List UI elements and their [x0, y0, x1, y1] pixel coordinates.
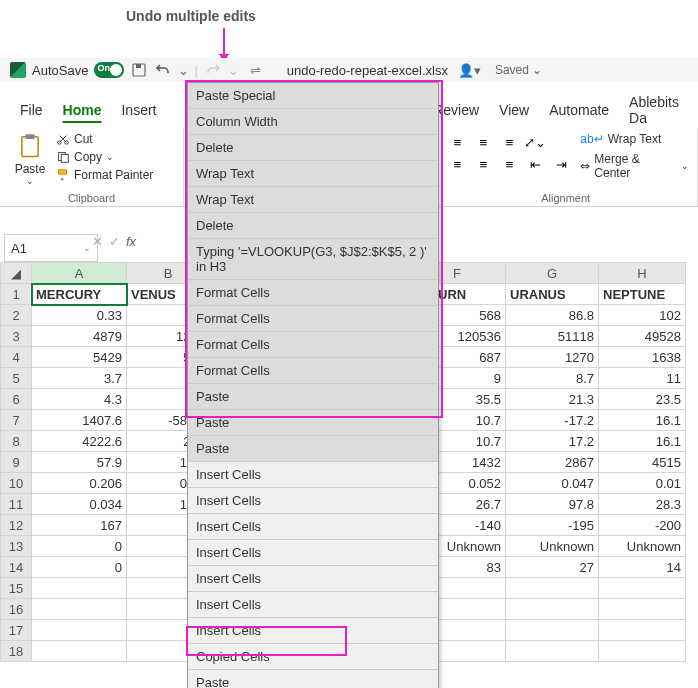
row-header[interactable]: 5: [1, 368, 32, 389]
cell[interactable]: 0: [32, 557, 127, 578]
cell[interactable]: Unknown: [599, 536, 686, 557]
undo-history-item[interactable]: Copied Cells: [188, 644, 438, 670]
undo-history-item[interactable]: Format Cells: [188, 280, 438, 306]
cell[interactable]: 16.1: [599, 410, 686, 431]
tab-insert[interactable]: Insert: [121, 102, 156, 118]
row-header[interactable]: 17: [1, 620, 32, 641]
row-header[interactable]: 2: [1, 305, 32, 326]
cell[interactable]: [506, 578, 599, 599]
row-header[interactable]: 9: [1, 452, 32, 473]
cell[interactable]: [599, 620, 686, 641]
cell[interactable]: 4879: [32, 326, 127, 347]
undo-history-item[interactable]: Paste: [188, 384, 438, 410]
cell[interactable]: 4515: [599, 452, 686, 473]
fx-icon[interactable]: fx: [126, 234, 136, 249]
wrap-text-button[interactable]: ab↵Wrap Text: [580, 132, 689, 146]
cell[interactable]: 1270: [506, 347, 599, 368]
undo-history-item[interactable]: Paste: [188, 670, 438, 688]
undo-history-item[interactable]: Delete: [188, 135, 438, 161]
tab-view[interactable]: View: [499, 102, 529, 118]
row-header[interactable]: 1: [1, 284, 32, 305]
row-header[interactable]: 14: [1, 557, 32, 578]
undo-history-item[interactable]: Wrap Text: [188, 187, 438, 213]
undo-dropdown-arrow[interactable]: ⌄: [178, 63, 188, 78]
cell[interactable]: 23.5: [599, 389, 686, 410]
format-painter-button[interactable]: Format Painter: [56, 168, 153, 182]
cell[interactable]: 57.9: [32, 452, 127, 473]
align-center-button[interactable]: ≡: [472, 154, 494, 174]
cell[interactable]: [32, 578, 127, 599]
cell[interactable]: 8.7: [506, 368, 599, 389]
undo-history-item[interactable]: Paste: [188, 410, 438, 436]
align-bottom-button[interactable]: ≡: [498, 132, 520, 152]
increase-indent-button[interactable]: ⇥: [550, 154, 572, 174]
cell[interactable]: 14: [599, 557, 686, 578]
qat-customize-icon[interactable]: ⇌: [250, 63, 261, 78]
cell[interactable]: -195: [506, 515, 599, 536]
row-header[interactable]: 13: [1, 536, 32, 557]
cell[interactable]: 86.8: [506, 305, 599, 326]
cell[interactable]: 0: [32, 536, 127, 557]
enter-icon[interactable]: ✓: [109, 234, 120, 249]
cell[interactable]: 28.3: [599, 494, 686, 515]
cell[interactable]: MERCURY: [32, 284, 127, 305]
cell[interactable]: 21.3: [506, 389, 599, 410]
align-top-button[interactable]: ≡: [446, 132, 468, 152]
row-header[interactable]: 3: [1, 326, 32, 347]
cell[interactable]: [506, 599, 599, 620]
cell[interactable]: [32, 599, 127, 620]
row-header[interactable]: 4: [1, 347, 32, 368]
cell[interactable]: 11: [599, 368, 686, 389]
undo-history-item[interactable]: Format Cells: [188, 358, 438, 384]
cell[interactable]: URANUS: [506, 284, 599, 305]
cell[interactable]: [599, 641, 686, 662]
cell[interactable]: 17.2: [506, 431, 599, 452]
undo-history-item[interactable]: Typing '=VLOOKUP(G3, $J$2:$K$5, 2 )' in …: [188, 239, 438, 280]
formula-bar[interactable]: ✕ ✓ fx: [92, 234, 136, 249]
cell[interactable]: [599, 578, 686, 599]
col-header[interactable]: H: [599, 263, 686, 284]
row-header[interactable]: 18: [1, 641, 32, 662]
cell[interactable]: 102: [599, 305, 686, 326]
undo-history-item[interactable]: Paste: [188, 436, 438, 462]
undo-history-item[interactable]: Format Cells: [188, 306, 438, 332]
cell[interactable]: 0.01: [599, 473, 686, 494]
decrease-indent-button[interactable]: ⇤: [524, 154, 546, 174]
cell[interactable]: 49528: [599, 326, 686, 347]
align-middle-button[interactable]: ≡: [472, 132, 494, 152]
undo-history-item[interactable]: Format Cells: [188, 332, 438, 358]
undo-history-item[interactable]: Paste Special: [188, 83, 438, 109]
cell[interactable]: 5429: [32, 347, 127, 368]
cell[interactable]: [32, 620, 127, 641]
cell[interactable]: 16.1: [599, 431, 686, 452]
undo-history-item[interactable]: Insert Cells: [188, 462, 438, 488]
undo-history-item[interactable]: Insert Cells: [188, 488, 438, 514]
redo-icon[interactable]: [204, 61, 222, 79]
paste-button[interactable]: Paste⌄: [8, 132, 52, 186]
cell[interactable]: [506, 641, 599, 662]
cell[interactable]: 4.3: [32, 389, 127, 410]
filename-label[interactable]: undo-redo-repeat-excel.xlsx: [287, 63, 448, 78]
cell[interactable]: -200: [599, 515, 686, 536]
undo-history-item[interactable]: Insert Cells: [188, 566, 438, 592]
tab-home[interactable]: Home: [63, 102, 102, 118]
col-header[interactable]: A: [32, 263, 127, 284]
cell[interactable]: 27: [506, 557, 599, 578]
cell[interactable]: 97.8: [506, 494, 599, 515]
row-header[interactable]: 10: [1, 473, 32, 494]
cell[interactable]: -17.2: [506, 410, 599, 431]
copy-button[interactable]: Copy ⌄: [56, 150, 153, 164]
cell[interactable]: 0.034: [32, 494, 127, 515]
cancel-icon[interactable]: ✕: [92, 234, 103, 249]
undo-icon[interactable]: [154, 61, 172, 79]
cell[interactable]: [32, 641, 127, 662]
redo-dropdown-arrow[interactable]: ⌄: [228, 63, 238, 78]
undo-history-item[interactable]: Insert Cells: [188, 514, 438, 540]
row-header[interactable]: 7: [1, 410, 32, 431]
cell[interactable]: NEPTUNE: [599, 284, 686, 305]
cell[interactable]: 0.206: [32, 473, 127, 494]
row-header[interactable]: 11: [1, 494, 32, 515]
align-right-button[interactable]: ≡: [498, 154, 520, 174]
tab-review[interactable]: Review: [433, 102, 479, 118]
autosave-toggle[interactable]: On: [94, 62, 124, 78]
